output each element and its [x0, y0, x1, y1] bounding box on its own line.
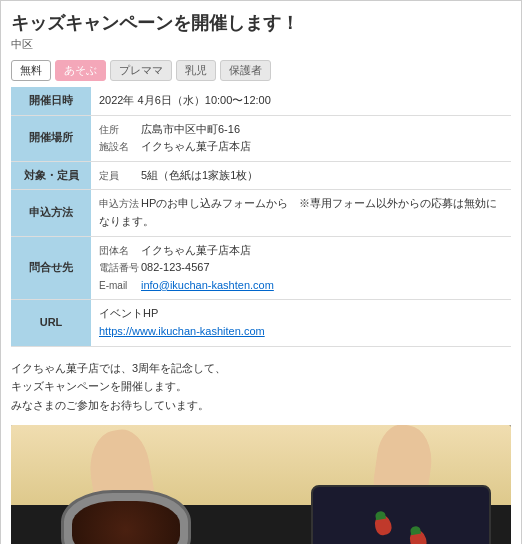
label-place: 開催場所 [11, 115, 91, 161]
table-row-place: 開催場所 住所広島市中区中町6-16 施設名イクちゃん菓子店本店 [11, 115, 511, 161]
value-target: 定員5組（色紙は1家族1枚） [91, 161, 511, 190]
value-url: イベントHP https://www.ikuchan-kashiten.com [91, 300, 511, 346]
value-application: 申込方法HPのお申し込みフォームから ※専用フォーム以外からの応募は無効になりま… [91, 190, 511, 236]
chocolate-filling [72, 501, 180, 544]
event-image-inner [11, 425, 511, 544]
sub-label-method: 申込方法 [99, 196, 141, 212]
label-application: 申込方法 [11, 190, 91, 236]
label-date: 開催日時 [11, 87, 91, 115]
sub-label-phone: 電話番号 [99, 260, 141, 276]
dark-tray [311, 485, 491, 544]
tag-hogo: 保護者 [220, 60, 271, 81]
sub-label-quota: 定員 [99, 168, 141, 184]
sub-label-facility: 施設名 [99, 139, 141, 155]
sub-label-org: 団体名 [99, 243, 141, 259]
tag-premama: プレママ [110, 60, 172, 81]
label-url: URL [11, 300, 91, 346]
table-row-application: 申込方法 申込方法HPのお申し込みフォームから ※専用フォーム以外からの応募は無… [11, 190, 511, 236]
sub-label-address: 住所 [99, 122, 141, 138]
tag-asobu: あそぶ [55, 60, 106, 81]
page-subtitle: 中区 [11, 37, 511, 52]
cake-tin [61, 490, 191, 544]
tag-list: 無料 あそぶ プレママ 乳児 保護者 [11, 60, 511, 81]
email-link[interactable]: info@ikuchan-kashten.com [141, 279, 274, 291]
value-date: 2022年 4月6日（水）10:00〜12:00 [91, 87, 511, 115]
info-table: 開催日時 2022年 4月6日（水）10:00〜12:00 開催場所 住所広島市… [11, 87, 511, 347]
event-description: イクちゃん菓子店では、3周年を記念して、 キッズキャンペーンを開催します。 みな… [11, 359, 511, 415]
value-contact: 団体名イクちゃん菓子店本店 電話番号082-123-4567 E-mailinf… [91, 236, 511, 300]
table-row-contact: 問合せ先 団体名イクちゃん菓子店本店 電話番号082-123-4567 E-ma… [11, 236, 511, 300]
label-contact: 問合せ先 [11, 236, 91, 300]
cake-inside [72, 501, 180, 544]
event-image [11, 425, 511, 544]
page-title: キッズキャンペーンを開催します！ [11, 11, 511, 35]
table-row-target: 対象・定員 定員5組（色紙は1家族1枚） [11, 161, 511, 190]
sub-label-email: E-mail [99, 278, 141, 294]
tag-free: 無料 [11, 60, 51, 81]
tag-nyuji: 乳児 [176, 60, 216, 81]
label-target: 対象・定員 [11, 161, 91, 190]
table-row-url: URL イベントHP https://www.ikuchan-kashiten.… [11, 300, 511, 346]
value-place: 住所広島市中区中町6-16 施設名イクちゃん菓子店本店 [91, 115, 511, 161]
website-link[interactable]: https://www.ikuchan-kashiten.com [99, 325, 265, 337]
table-row-date: 開催日時 2022年 4月6日（水）10:00〜12:00 [11, 87, 511, 115]
